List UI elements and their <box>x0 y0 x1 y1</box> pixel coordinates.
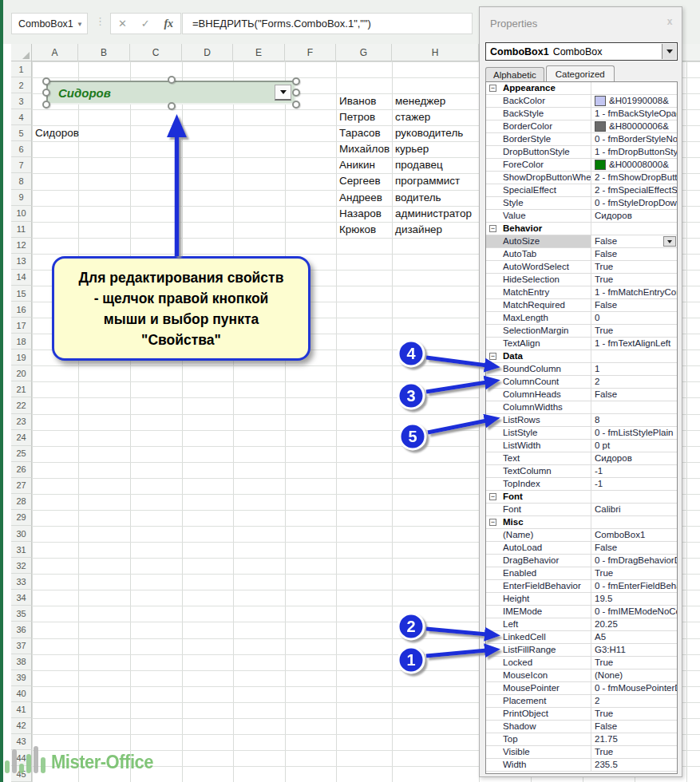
property-value[interactable]: &H01990008& <box>591 95 677 107</box>
property-row-printobject[interactable]: PrintObjectTrue <box>486 708 677 721</box>
row-header-13[interactable]: 13 <box>11 254 32 270</box>
row-header-34[interactable]: 34 <box>11 590 32 606</box>
property-row-textcolumn[interactable]: TextColumn-1 <box>486 465 677 478</box>
property-row-text[interactable]: TextСидоров <box>486 452 677 465</box>
property-row-liststyle[interactable]: ListStyle0 - fmListStylePlain <box>486 427 677 440</box>
property-row-backcolor[interactable]: BackColor&H01990008& <box>486 95 677 108</box>
row-header-17[interactable]: 17 <box>11 318 32 334</box>
selection-handle[interactable] <box>42 77 50 85</box>
cell-H4[interactable]: стажер <box>395 111 430 123</box>
property-value[interactable]: 0 - fmMousePointerDe <box>591 682 677 694</box>
cell-H7[interactable]: продавец <box>395 159 443 171</box>
property-row-left[interactable]: Left20.25 <box>486 618 677 631</box>
property-value[interactable]: 0 - fmIMEModeNoCon <box>591 606 677 618</box>
property-row-autowordselect[interactable]: AutoWordSelectTrue <box>486 261 677 274</box>
property-row-matchrequired[interactable]: MatchRequiredFalse <box>486 299 677 312</box>
property-row-placement[interactable]: Placement2 <box>486 695 677 708</box>
row-header-14[interactable]: 14 <box>11 270 32 286</box>
property-row-bordercolor[interactable]: BorderColor&H80000006& <box>486 120 677 133</box>
combobox-drop-button[interactable] <box>275 85 291 101</box>
cell-G10[interactable]: Назаров <box>339 207 382 219</box>
property-value[interactable]: Сидоров <box>591 452 677 464</box>
property-category-appearance[interactable]: −Appearance <box>486 82 677 95</box>
property-value[interactable]: True <box>591 325 677 337</box>
property-row-showdropbuttonwhen[interactable]: ShowDropButtonWhen2 - fmShowDropButto <box>486 172 677 184</box>
selection-handle[interactable] <box>42 101 50 109</box>
property-value[interactable]: 19.5 <box>591 593 677 605</box>
cell-H8[interactable]: программист <box>395 175 460 187</box>
property-row-mouseicon[interactable]: MouseIcon(None) <box>486 669 677 682</box>
property-row-dropbuttonstyle[interactable]: DropButtonStyle1 - fmDropButtonStyle <box>486 146 677 159</box>
column-header-B[interactable]: B <box>78 44 130 61</box>
property-value[interactable]: False <box>591 248 677 260</box>
property-value[interactable]: &H80000006& <box>591 120 677 132</box>
property-row-value[interactable]: ValueСидоров <box>486 210 677 223</box>
property-value[interactable]: 0 - fmEnterFieldBehav <box>591 580 677 592</box>
cell-H9[interactable]: водитель <box>395 192 441 203</box>
row-header-11[interactable]: 11 <box>11 222 32 238</box>
property-row-width[interactable]: Width235.5 <box>486 759 677 772</box>
property-row-hideselection[interactable]: HideSelectionTrue <box>486 274 677 286</box>
property-row-columnwidths[interactable]: ColumnWidths <box>486 401 677 414</box>
property-value[interactable]: Calibri <box>591 504 677 515</box>
row-header-42[interactable]: 42 <box>11 718 32 734</box>
property-row-font[interactable]: FontCalibri <box>486 504 677 516</box>
property-row-listrows[interactable]: ListRows8 <box>486 414 677 427</box>
selection-handle[interactable] <box>168 102 176 110</box>
property-category-font[interactable]: −Font <box>486 491 677 504</box>
row-header-23[interactable]: 23 <box>11 414 32 430</box>
row-header-8[interactable]: 8 <box>11 173 32 189</box>
column-header-H[interactable]: H <box>392 44 479 61</box>
tab-categorized[interactable]: Categorized <box>546 65 615 81</box>
property-category-misc[interactable]: −Misc <box>486 516 677 529</box>
property-value[interactable]: -1 <box>591 465 677 477</box>
selection-handle[interactable] <box>42 89 50 97</box>
property-row-name[interactable]: (Name)ComboBox1 <box>486 529 677 542</box>
property-row-linkedcell[interactable]: LinkedCellA5 <box>486 631 677 644</box>
property-row-specialeffect[interactable]: SpecialEffect2 - fmSpecialEffectSu <box>486 184 677 197</box>
property-value[interactable]: -1 <box>591 478 677 490</box>
row-header-30[interactable]: 30 <box>11 526 32 542</box>
property-value[interactable]: 235.5 <box>591 759 677 771</box>
property-value[interactable]: True <box>591 274 677 286</box>
property-row-enabled[interactable]: EnabledTrue <box>486 567 677 580</box>
row-header-2[interactable]: 2 <box>11 77 32 93</box>
row-header-12[interactable]: 12 <box>11 238 32 254</box>
property-row-forecolor[interactable]: ForeColor&H00008000& <box>486 159 677 172</box>
collapse-icon[interactable]: − <box>489 225 496 232</box>
property-row-autotab[interactable]: AutoTabFalse <box>486 248 677 261</box>
row-header-3[interactable]: 3 <box>11 93 32 109</box>
property-value[interactable]: False <box>591 299 677 311</box>
cell-G11[interactable]: Крюков <box>339 223 376 235</box>
cell-H11[interactable]: дизайнер <box>395 223 442 235</box>
property-value[interactable]: 1 - fmDropButtonStyle <box>591 146 677 158</box>
property-value[interactable]: True <box>591 657 677 669</box>
object-selector-drop-button[interactable] <box>662 44 676 59</box>
property-value[interactable]: 0 <box>591 312 677 324</box>
property-value[interactable]: 1 - fmMatchEntryCom <box>591 286 677 298</box>
property-row-textalign[interactable]: TextAlign1 - fmTextAlignLeft <box>486 338 677 350</box>
property-value[interactable]: &H00008000& <box>591 159 677 171</box>
collapse-icon[interactable]: − <box>489 85 496 92</box>
property-value[interactable]: A5 <box>591 631 677 643</box>
property-value[interactable]: 2 <box>591 376 677 388</box>
row-header-35[interactable]: 35 <box>11 606 32 622</box>
row-header-26[interactable]: 26 <box>11 462 32 478</box>
property-value[interactable]: 2 - fmShowDropButto <box>591 172 677 184</box>
property-value[interactable]: False <box>591 721 677 733</box>
collapse-icon[interactable]: − <box>489 493 496 500</box>
column-header-G[interactable]: G <box>336 44 392 61</box>
object-selector[interactable]: ComboBox1 ComboBox <box>485 42 678 61</box>
property-row-topindex[interactable]: TopIndex-1 <box>486 478 677 491</box>
property-row-dragbehavior[interactable]: DragBehavior0 - fmDragBehaviorDi <box>486 555 677 567</box>
row-header-15[interactable]: 15 <box>11 286 32 302</box>
row-header-16[interactable]: 16 <box>11 302 32 318</box>
row-header-22[interactable]: 22 <box>11 397 32 413</box>
cell-G3[interactable]: Иванов <box>339 95 376 107</box>
property-row-listwidth[interactable]: ListWidth0 pt <box>486 440 677 452</box>
property-row-backstyle[interactable]: BackStyle1 - fmBackStyleOpaqu <box>486 108 677 120</box>
select-all-button[interactable] <box>11 44 32 61</box>
cell-G8[interactable]: Сергеев <box>339 175 381 187</box>
property-row-visible[interactable]: VisibleTrue <box>486 746 677 759</box>
property-row-columncount[interactable]: ColumnCount2 <box>486 376 677 389</box>
